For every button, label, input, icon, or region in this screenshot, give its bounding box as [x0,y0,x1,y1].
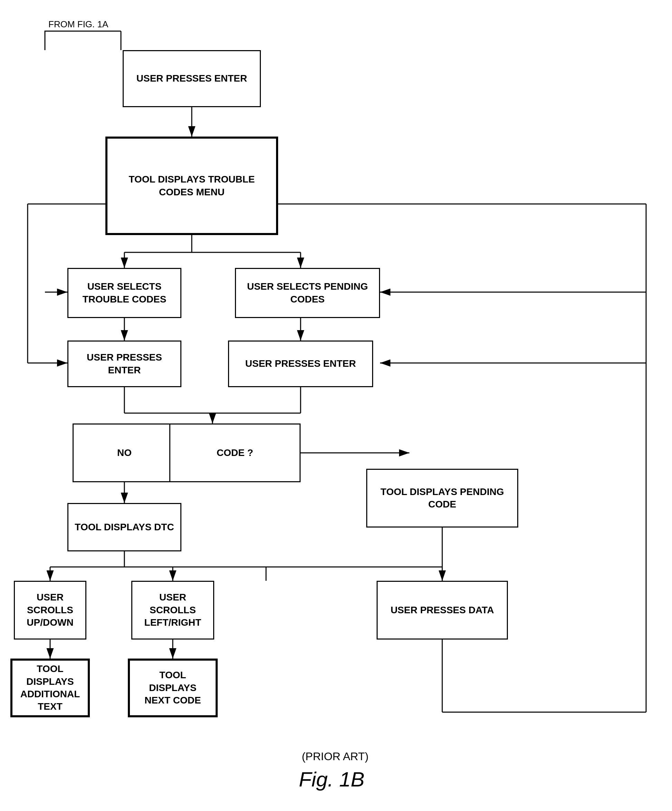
prior-art-caption: (PRIOR ART) [252,750,418,763]
user-scrolls-leftright: USER SCROLLS LEFT/RIGHT [131,581,214,640]
user-presses-enter-top: USER PRESSES ENTER [123,50,261,107]
user-scrolls-updown: USER SCROLLS UP/DOWN [14,581,86,640]
user-selects-pending-codes: USER SELECTS PENDING CODES [235,268,380,318]
user-presses-enter-left: USER PRESSES ENTER [68,341,181,387]
no-box: NO [73,424,176,482]
tool-displays-dtc: TOOL DISPLAYS DTC [68,503,181,551]
figure-label: Fig. 1B [228,767,435,791]
tool-displays-trouble-codes-menu: TOOL DISPLAYS TROUBLE CODES MENU [105,137,278,235]
tool-displays-additional-text: TOOL DISPLAYS ADDITIONAL TEXT [10,658,90,717]
user-presses-data: USER PRESSES DATA [377,581,508,640]
tool-displays-next-code: TOOL DISPLAYS NEXT CODE [128,658,218,717]
from-fig-label: FROM FIG. 1A [48,19,108,30]
tool-displays-pending-code: TOOL DISPLAYS PENDING CODE [366,469,518,528]
user-selects-trouble-codes: USER SELECTS TROUBLE CODES [68,268,181,318]
user-presses-enter-right: USER PRESSES ENTER [228,341,373,387]
code-question-box: CODE ? [169,424,301,482]
